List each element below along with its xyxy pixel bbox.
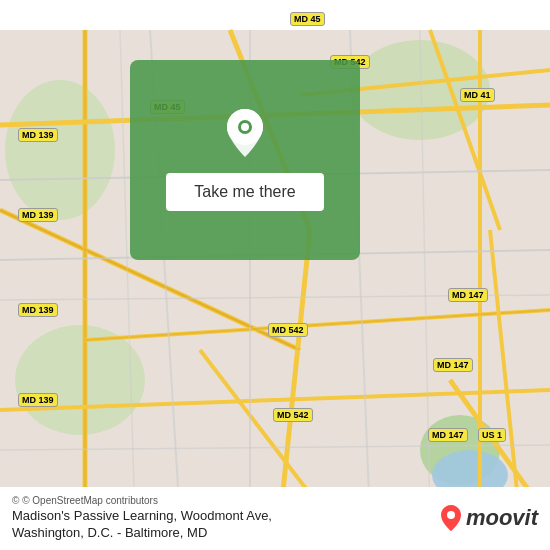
location-name-line2: Washington, D.C. - Baltimore, MD	[12, 525, 272, 540]
road-badge-us1: US 1	[478, 428, 506, 442]
road-badge-md542-bot: MD 542	[273, 408, 313, 422]
svg-point-2	[5, 80, 115, 220]
road-badge-md139-2: MD 139	[18, 208, 58, 222]
bottom-bar: © © OpenStreetMap contributors Madison's…	[0, 487, 550, 550]
map-container: MD 45 MD 542 MD 41 MD 45 MD 139 MD 139 M…	[0, 0, 550, 550]
moovit-pin-icon	[440, 504, 462, 532]
svg-point-35	[241, 123, 249, 131]
copyright-symbol: ©	[12, 495, 19, 506]
svg-point-36	[447, 511, 455, 519]
road-badge-md41: MD 41	[460, 88, 495, 102]
moovit-text: moovit	[466, 505, 538, 531]
road-badge-md147-2: MD 147	[433, 358, 473, 372]
osm-attribution: © © OpenStreetMap contributors	[12, 495, 272, 506]
location-pin-icon	[221, 109, 269, 157]
road-badge-md139-4: MD 139	[18, 393, 58, 407]
location-name-line1: Madison's Passive Learning, Woodmont Ave…	[12, 508, 272, 523]
take-me-there-button[interactable]: Take me there	[166, 173, 323, 211]
road-badge-md147-1: MD 147	[448, 288, 488, 302]
road-badge-md139-3: MD 139	[18, 303, 58, 317]
location-popup: Take me there	[130, 60, 360, 260]
osm-text: © OpenStreetMap contributors	[22, 495, 158, 506]
road-badge-md45-top: MD 45	[290, 12, 325, 26]
road-badge-md147-3: MD 147	[428, 428, 468, 442]
road-badge-md542-mid: MD 542	[268, 323, 308, 337]
bottom-left-info: © © OpenStreetMap contributors Madison's…	[12, 495, 272, 540]
svg-point-3	[15, 325, 145, 435]
road-badge-md139-1: MD 139	[18, 128, 58, 142]
moovit-logo: moovit	[440, 504, 538, 532]
